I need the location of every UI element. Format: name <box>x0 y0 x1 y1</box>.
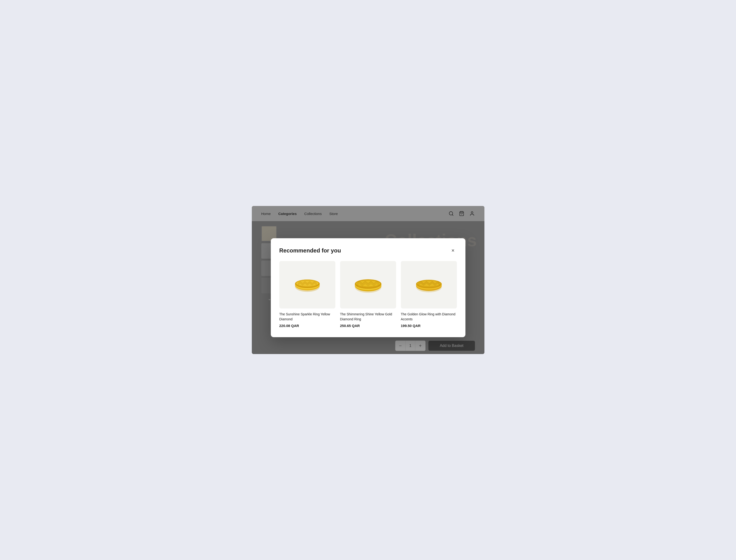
nav-store[interactable]: Store <box>329 212 338 216</box>
nav-collections[interactable]: Collections <box>304 212 322 216</box>
product-price-3: 199.50 QAR <box>401 324 457 328</box>
product-image-2 <box>340 261 396 308</box>
product-card-1[interactable]: The Sunshine Sparkle Ring Yellow Diamond… <box>279 261 335 328</box>
product-name-3: The Golden Glow Ring with Diamond Accent… <box>401 312 457 322</box>
bag-icon[interactable] <box>459 211 464 216</box>
product-card-3[interactable]: The Golden Glow Ring with Diamond Accent… <box>401 261 457 328</box>
modal-title: Recommended for you <box>279 247 341 254</box>
product-image-3 <box>401 261 457 308</box>
svg-line-1 <box>452 215 453 215</box>
nav-icons <box>448 211 475 216</box>
svg-point-3 <box>471 212 473 213</box>
modal-overlay[interactable]: Recommended for you × <box>252 221 484 354</box>
product-name-2: The Shimmering Shine Yellow Gold Diamond… <box>340 312 396 322</box>
nav-home[interactable]: Home <box>261 212 271 216</box>
user-icon[interactable] <box>469 211 475 216</box>
recommendation-modal: Recommended for you × <box>271 238 465 337</box>
product-name-1: The Sunshine Sparkle Ring Yellow Diamond <box>279 312 335 322</box>
modal-header: Recommended for you × <box>279 247 457 254</box>
product-image-1 <box>279 261 335 308</box>
main-frame: Home Categories Collections Store <box>252 206 484 354</box>
navbar: Home Categories Collections Store <box>252 206 484 221</box>
product-price-1: 220.08 QAR <box>279 324 335 328</box>
page-content: ⌄ Collections − 1 + Add to Basket Recomm… <box>252 221 484 354</box>
modal-close-button[interactable]: × <box>449 247 457 254</box>
product-price-2: 250.65 QAR <box>340 324 396 328</box>
search-icon[interactable] <box>448 211 454 216</box>
nav-categories[interactable]: Categories <box>278 212 297 216</box>
nav-links: Home Categories Collections Store <box>261 212 338 216</box>
products-grid: The Sunshine Sparkle Ring Yellow Diamond… <box>279 261 457 328</box>
product-card-2[interactable]: The Shimmering Shine Yellow Gold Diamond… <box>340 261 396 328</box>
